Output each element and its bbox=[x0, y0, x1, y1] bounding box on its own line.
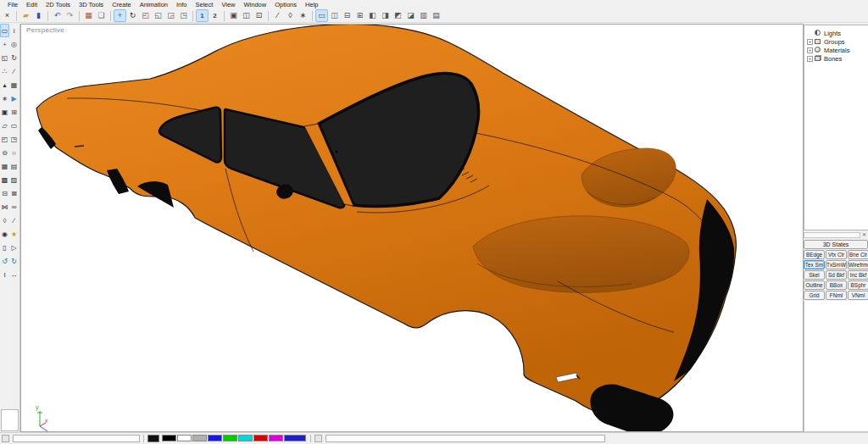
toolbar-edit-dot-button[interactable]: ⊡ bbox=[253, 9, 265, 22]
toolbar-layout-3row-button[interactable]: ▤ bbox=[430, 9, 442, 22]
tree-expander-icon[interactable]: + bbox=[807, 47, 813, 53]
toolbar-pen-button[interactable]: ∕ bbox=[271, 9, 284, 22]
toolbar-ink-button[interactable]: ◊ bbox=[284, 9, 297, 22]
state-bne-clr-button[interactable]: Bne Clr bbox=[848, 250, 868, 259]
car-model-canvas[interactable] bbox=[21, 25, 803, 432]
tool-inspect-button[interactable]: ◉ bbox=[0, 227, 9, 241]
menu-edit[interactable]: Edit bbox=[22, 0, 42, 9]
tool-erase-button[interactable]: ◊ bbox=[0, 214, 9, 227]
tree-expander-icon[interactable]: + bbox=[807, 56, 813, 62]
state-tex-sm-button[interactable]: Tex Sm bbox=[804, 260, 825, 269]
menu-options[interactable]: Options bbox=[270, 0, 301, 9]
toolbar-redo-button[interactable]: ↷ bbox=[64, 9, 76, 22]
tool-sphere-button[interactable]: ○ bbox=[9, 146, 19, 159]
state-outline-button[interactable]: Outline bbox=[804, 280, 825, 290]
tool-box-button[interactable]: ◳ bbox=[9, 132, 19, 146]
tool-cube-button[interactable]: ◰ bbox=[0, 132, 9, 146]
toolbar-save-button[interactable]: ▮ bbox=[32, 9, 45, 22]
state-txsmwi-button[interactable]: TxSmWi bbox=[826, 260, 847, 269]
menu-window[interactable]: Window bbox=[240, 0, 271, 9]
status-mini-button-2[interactable] bbox=[314, 435, 322, 442]
menu-info[interactable]: Info bbox=[172, 0, 192, 9]
tool-mesh-button[interactable]: ▦ bbox=[0, 159, 9, 173]
tree-item-bones[interactable]: +Bones bbox=[807, 54, 868, 63]
toolbar-scale-z-button[interactable]: ◲ bbox=[164, 9, 177, 22]
toolbar-close-button[interactable]: × bbox=[1, 9, 14, 22]
state-inc-bkf-button[interactable]: Inc Bkf bbox=[848, 270, 868, 280]
tree-item-groups[interactable]: +Groups bbox=[807, 37, 868, 46]
states-panel-title[interactable]: 3D States bbox=[804, 240, 868, 249]
tool-decimate-button[interactable]: ▨ bbox=[9, 173, 19, 186]
state-skel-button[interactable]: Skel bbox=[804, 270, 825, 280]
tree-scrollbar[interactable]: ✕ bbox=[804, 231, 868, 239]
toolbar-edit-split-button[interactable]: ◫ bbox=[240, 9, 253, 22]
tool-knife-button[interactable]: ∕ bbox=[9, 64, 19, 78]
toolbar-layout-left-half-button[interactable]: ◧ bbox=[366, 9, 379, 22]
status-mini-button[interactable] bbox=[2, 435, 9, 442]
toolbar-layout-corner-b-button[interactable]: ◪ bbox=[404, 9, 417, 22]
tool-duplicate-button[interactable]: ▣ bbox=[0, 105, 9, 119]
state-grid-button[interactable]: Grid bbox=[804, 291, 825, 300]
tool-snap-button[interactable]: ∗ bbox=[0, 92, 9, 105]
palette-swatch[interactable] bbox=[208, 435, 222, 441]
toolbar-scale-y-button[interactable]: ◱ bbox=[152, 9, 164, 22]
toolbar-layout-vsplit-button[interactable]: ◫ bbox=[328, 9, 341, 22]
tree-expander-icon[interactable]: + bbox=[807, 39, 813, 45]
tool-loop-fwd-button[interactable]: ↻ bbox=[9, 254, 19, 268]
tool-chain-button[interactable]: ∞ bbox=[9, 200, 19, 214]
tree-item-materials[interactable]: +Materials bbox=[807, 46, 868, 54]
toolbar-open-button[interactable]: ▰ bbox=[19, 9, 32, 22]
tool-select-element-button[interactable]: ▦ bbox=[9, 78, 19, 92]
tool-magic-wand-button[interactable]: ★ bbox=[9, 227, 19, 241]
tool-measure-button[interactable]: ↔ bbox=[9, 268, 19, 281]
toolbar-select-1-button[interactable]: 1 bbox=[196, 9, 209, 22]
palette-swatch[interactable] bbox=[284, 435, 306, 441]
toolbar-scale-uniform-button[interactable]: ◳ bbox=[177, 9, 190, 22]
toolbar-rotate-button[interactable]: ↻ bbox=[126, 9, 139, 22]
toolbar-undo-button[interactable]: ↶ bbox=[51, 9, 64, 22]
toolbar-select-2-button[interactable]: 2 bbox=[209, 9, 221, 22]
tool-scale-view-button[interactable]: ◱ bbox=[0, 51, 9, 64]
palette-swatch[interactable] bbox=[177, 435, 192, 441]
current-color-swatch[interactable] bbox=[147, 435, 159, 442]
menu-create[interactable]: Create bbox=[108, 0, 136, 9]
toolbar-layout-3col-button[interactable]: ▥ bbox=[417, 9, 430, 22]
tool-select-lasso-button[interactable]: ≀ bbox=[9, 24, 19, 37]
tool-bridge-button[interactable]: ⋈ bbox=[0, 200, 9, 214]
state-wirefrme-button[interactable]: Wirefrme bbox=[848, 260, 868, 269]
tool-grid-fit-button[interactable]: ⊞ bbox=[9, 105, 19, 119]
tool-pan-button[interactable]: + bbox=[0, 37, 9, 51]
state-sd-bkf-button[interactable]: Sd Bkf bbox=[826, 270, 847, 280]
tool-subdivide-button[interactable]: ▩ bbox=[0, 173, 9, 186]
splitter-close-icon[interactable]: ✕ bbox=[860, 232, 868, 238]
state-fnml-button[interactable]: FNml bbox=[826, 291, 847, 300]
menu-2d-tools[interactable]: 2D Tools bbox=[42, 0, 75, 9]
toolbar-layout-corner-a-button[interactable]: ◩ bbox=[392, 9, 404, 22]
menu-help[interactable]: Help bbox=[301, 0, 322, 9]
palette-swatch[interactable] bbox=[238, 435, 253, 441]
tool-loop-back-button[interactable]: ↺ bbox=[0, 254, 9, 268]
tool-pick-button[interactable]: ▶ bbox=[9, 92, 19, 105]
toolbar-layout-quad-button[interactable]: ⊞ bbox=[353, 9, 366, 22]
tree-scrollbar-track[interactable] bbox=[804, 232, 860, 238]
toolbar-layout-hsplit-button[interactable]: ⊟ bbox=[341, 9, 353, 22]
viewport-3d[interactable]: Perspective bbox=[20, 24, 804, 432]
palette-swatch[interactable] bbox=[192, 435, 207, 441]
tool-arrow-pick-button[interactable]: ▷ bbox=[9, 241, 19, 254]
palette-swatch[interactable] bbox=[253, 435, 268, 441]
menu-file[interactable]: File bbox=[3, 0, 22, 9]
state-vnml-button[interactable]: VNml bbox=[848, 291, 868, 300]
state-vtx-clr-button[interactable]: Vtx Clr bbox=[826, 250, 847, 259]
toolbar-spray-button[interactable]: ∗ bbox=[297, 9, 309, 22]
tool-rectangle-button[interactable]: ▭ bbox=[9, 119, 19, 132]
tool-cylinder-button[interactable]: ⊖ bbox=[0, 146, 9, 159]
tool-pencil-button[interactable]: ∕ bbox=[9, 214, 19, 227]
toolbar-layout-single-button[interactable]: ▭ bbox=[315, 9, 328, 22]
tool-plane-button[interactable]: ▱ bbox=[0, 119, 9, 132]
tool-zoom-button[interactable]: ◎ bbox=[9, 37, 19, 51]
tree-item-lights[interactable]: Lights bbox=[807, 29, 868, 37]
toolbar-scale-x-button[interactable]: ◰ bbox=[139, 9, 152, 22]
tool-ibeam-button[interactable]: I bbox=[0, 268, 9, 281]
tool-detach-button[interactable]: ⊠ bbox=[9, 186, 19, 200]
state-bedge-button[interactable]: BEdge bbox=[804, 250, 825, 259]
